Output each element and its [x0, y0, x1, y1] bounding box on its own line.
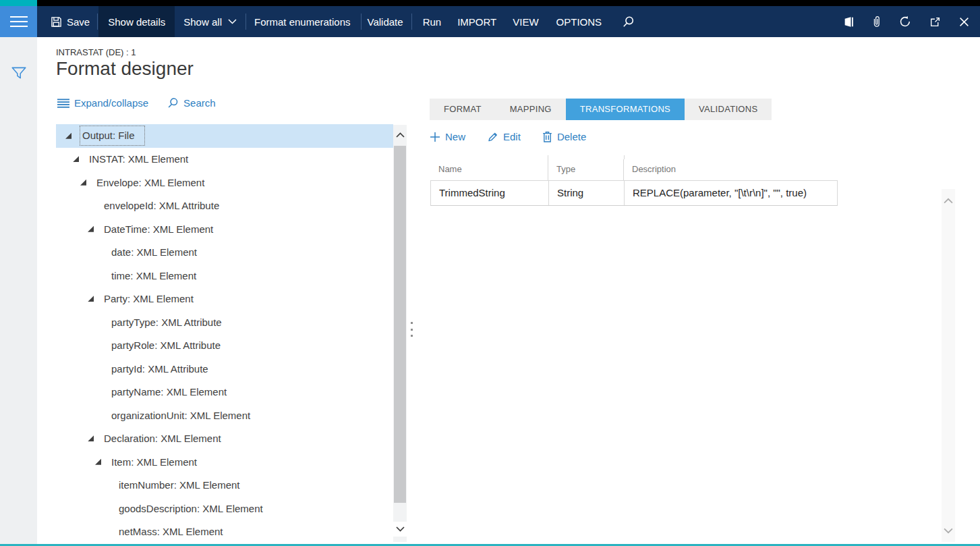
- tree-item[interactable]: INSTAT: XML Element: [56, 148, 393, 171]
- popout-button[interactable]: [929, 6, 941, 37]
- hamburger-menu-button[interactable]: [0, 6, 37, 37]
- tree-item[interactable]: partyType: XML Attribute: [56, 310, 393, 334]
- tree-item-label: envelopeId: XML Attribute: [104, 200, 219, 211]
- tree-expander-icon[interactable]: [80, 180, 96, 186]
- column-header-description[interactable]: Description: [624, 159, 838, 180]
- show-all-label: Show all: [183, 16, 222, 28]
- tab-format[interactable]: FORMAT: [430, 99, 496, 120]
- import-menu[interactable]: IMPORT: [457, 6, 496, 37]
- popout-icon: [929, 16, 941, 28]
- options-label: OPTIONS: [556, 16, 602, 28]
- show-details-button[interactable]: Show details: [98, 6, 175, 37]
- delete-button[interactable]: Delete: [542, 131, 586, 142]
- tree-item-label: INSTAT: XML Element: [89, 153, 188, 165]
- tree-item[interactable]: goodsDescription: XML Element: [56, 497, 393, 520]
- tree-expander-icon[interactable]: [95, 459, 111, 465]
- tree-item[interactable]: netMass: XML Element: [56, 520, 393, 544]
- toolbar-separator: [246, 13, 246, 30]
- tree-item-label: Output: File: [80, 126, 145, 146]
- tree-item[interactable]: Declaration: XML Element: [56, 427, 393, 451]
- tree-expander-icon[interactable]: [88, 296, 104, 302]
- delete-label: Delete: [557, 131, 586, 142]
- tree-item[interactable]: itemNumber: XML Element: [56, 474, 393, 497]
- scroll-down-button[interactable]: [944, 519, 953, 542]
- attach-button[interactable]: [873, 6, 881, 37]
- tab-mapping[interactable]: MAPPING: [496, 99, 566, 120]
- filter-icon[interactable]: [11, 65, 27, 81]
- chevron-down-icon: [396, 526, 405, 532]
- toolbar-search-button[interactable]: [623, 6, 635, 37]
- close-button[interactable]: [959, 6, 969, 37]
- scrollbar-thumb[interactable]: [394, 146, 406, 503]
- format-enumerations-label: Format enumerations: [254, 16, 351, 28]
- column-tick: [548, 155, 548, 159]
- panel-scrollbar[interactable]: [942, 189, 955, 542]
- pane-splitter-handle[interactable]: [409, 322, 414, 337]
- tree-item-label: netMass: XML Element: [119, 526, 223, 537]
- tree-expander-icon[interactable]: [73, 156, 89, 162]
- options-menu[interactable]: OPTIONS: [556, 6, 602, 37]
- tree-item[interactable]: envelopeId: XML Attribute: [56, 194, 393, 218]
- tree-item[interactable]: Party: XML Element: [56, 288, 393, 311]
- column-header-name[interactable]: Name: [430, 159, 548, 180]
- tab-transformations[interactable]: TRANSFORMATIONS: [566, 99, 685, 120]
- office-app-button[interactable]: [843, 6, 855, 37]
- tree-search-button[interactable]: Search: [167, 97, 216, 109]
- column-header-type[interactable]: Type: [548, 159, 624, 180]
- transformations-grid: Name Type Description TrimmedString Stri…: [430, 159, 838, 206]
- toolbar-separator: [411, 13, 412, 30]
- edit-label: Edit: [503, 131, 521, 142]
- table-row[interactable]: TrimmedString String REPLACE(parameter, …: [430, 181, 838, 206]
- tree-item-label: Declaration: XML Element: [104, 433, 221, 444]
- chevron-up-icon: [396, 132, 405, 138]
- tree-scrollbar[interactable]: [393, 125, 407, 542]
- tree-item[interactable]: Output: File: [56, 124, 393, 148]
- column-tick: [624, 155, 625, 159]
- command-bar: Save Show details Show all Format enumer…: [0, 6, 980, 37]
- validate-button[interactable]: Validate: [368, 6, 403, 37]
- new-label: New: [445, 131, 465, 142]
- view-menu[interactable]: VIEW: [513, 6, 538, 37]
- tree-item[interactable]: Envelope: XML Element: [56, 171, 393, 194]
- format-enumerations-button[interactable]: Format enumerations: [254, 6, 351, 37]
- validate-label: Validate: [368, 16, 403, 28]
- tree-item[interactable]: partyName: XML Element: [56, 381, 393, 404]
- tree-expander-icon[interactable]: [88, 226, 104, 232]
- new-button[interactable]: New: [430, 131, 465, 142]
- cell-type: String: [549, 181, 625, 205]
- view-label: VIEW: [513, 16, 538, 28]
- paperclip-icon: [873, 16, 881, 28]
- tree-expander-icon[interactable]: [88, 435, 104, 441]
- grid-header-row: Name Type Description: [430, 159, 838, 181]
- tree-item[interactable]: Item: XML Element: [56, 450, 393, 474]
- tree-item[interactable]: DateTime: XML Element: [56, 217, 393, 241]
- tree-toolbar: Expand/collapse Search: [57, 97, 216, 109]
- tree-item[interactable]: time: XML Element: [56, 264, 393, 288]
- expand-collapse-label: Expand/collapse: [74, 97, 148, 109]
- refresh-icon: [899, 16, 911, 28]
- save-button[interactable]: Save: [51, 6, 90, 37]
- tree-item-label: time: XML Element: [111, 270, 196, 281]
- tab-validations[interactable]: VALIDATIONS: [685, 99, 772, 120]
- tree-item[interactable]: organizationUnit: XML Element: [56, 404, 393, 427]
- run-button[interactable]: Run: [423, 6, 442, 37]
- edit-button[interactable]: Edit: [487, 131, 521, 142]
- scroll-down-button[interactable]: [393, 522, 407, 537]
- show-all-dropdown[interactable]: Show all: [183, 6, 237, 37]
- tree-item-label: partyRole: XML Attribute: [111, 339, 221, 351]
- tree-item-label: goodsDescription: XML Element: [119, 503, 263, 514]
- expand-collapse-button[interactable]: Expand/collapse: [57, 97, 148, 109]
- refresh-button[interactable]: [899, 6, 911, 37]
- tree-search-label: Search: [183, 97, 216, 109]
- scroll-up-button[interactable]: [944, 189, 953, 212]
- save-label: Save: [67, 16, 90, 28]
- tree-item-label: itemNumber: XML Element: [119, 479, 240, 491]
- tree-item-label: partyId: XML Attribute: [111, 363, 208, 375]
- close-icon: [959, 17, 969, 27]
- tree-item[interactable]: partyRole: XML Attribute: [56, 334, 393, 358]
- show-details-label: Show details: [108, 16, 165, 28]
- scroll-up-button[interactable]: [393, 125, 407, 145]
- tree-item[interactable]: date: XML Element: [56, 241, 393, 265]
- breadcrumb-caption: INTRASTAT (DE) : 1: [56, 47, 136, 57]
- tree-item[interactable]: partyId: XML Attribute: [56, 357, 393, 381]
